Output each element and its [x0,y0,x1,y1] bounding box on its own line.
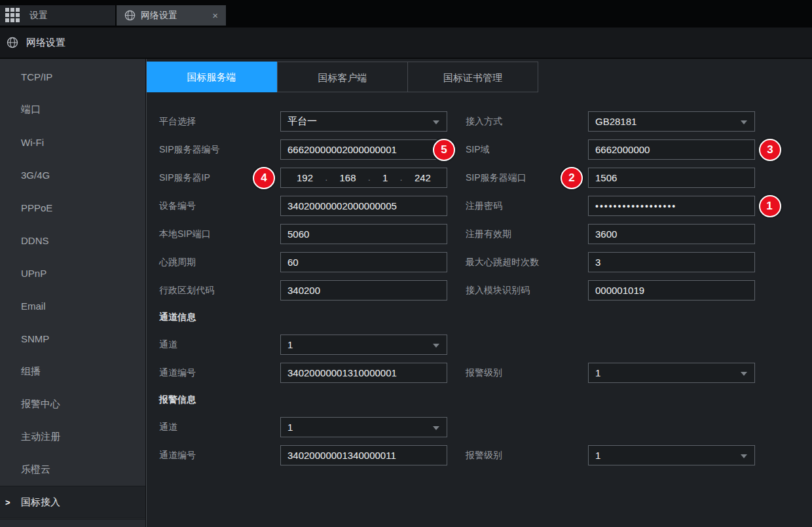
window-titlebar: 设置 网络设置 × [0,0,812,27]
sidebar-item-auto-register[interactable]: 主动注册 [0,420,145,453]
alarm-level-label: 报警级别 [466,367,588,379]
tab-gb-client[interactable]: 国标客户端 [277,62,408,92]
close-icon[interactable]: × [212,10,218,20]
input-value: 3600 [595,228,617,240]
heartbeat-period-label: 心跳周期 [159,257,280,268]
admin-region-code-input[interactable]: 340200 [280,280,447,300]
sidebar-item-label: 组播 [21,365,41,378]
select-value: 平台一 [287,115,317,128]
channel-info-alarm-level-select[interactable]: 1 [588,363,755,383]
sidebar-item-label: DDNS [21,235,49,246]
sidebar-item-multicast[interactable]: 组播 [0,355,145,388]
alarm-info-alarm-level-select[interactable]: 1 [588,445,755,465]
access-module-id-input[interactable]: 000001019 [588,280,755,300]
channel-id-label: 通道编号 [159,450,280,462]
input-value: 340200 [287,285,320,296]
select-value: 1 [287,422,293,433]
window-tab-settings[interactable]: 设置 [0,5,115,26]
sidebar-item-lechange[interactable]: 乐橙云 [0,453,145,486]
form-row: 行政区划代码 340200 接入模块识别码 000001019 [159,276,812,304]
sidebar-item-port[interactable]: 端口 [0,93,145,126]
sidebar-item-snmp[interactable]: SNMP [0,322,145,355]
window-tab-label: 设置 [29,10,48,22]
input-value: 34020000001310000001 [287,367,397,378]
select-value: 1 [595,450,600,461]
input-value: 66620000002000000001 [287,144,397,155]
sip-server-port-input[interactable]: 1506 2 [588,168,755,188]
sidebar-item-ddns[interactable]: DDNS [0,224,145,257]
form-row: 本地SIP端口 5060 注册有效期 3600 [159,220,812,248]
sidebar-item-label: 3G/4G [21,170,50,181]
sip-domain-label: SIP域 [466,144,588,156]
ip-separator: . [325,173,327,183]
sidebar-item-label: 端口 [21,103,41,116]
access-type-select[interactable]: GB28181 [588,111,755,132]
channel-info-channel-id-input[interactable]: 34020000001310000001 [280,363,447,383]
register-valid-period-label: 注册有效期 [466,228,588,240]
sidebar-item-wifi[interactable]: Wi-Fi [0,126,145,158]
form-row: 通道编号 34020000001340000011 报警级别 1 [159,441,812,469]
sidebar-item-email[interactable]: Email [0,289,145,322]
register-password-label: 注册密码 [466,200,588,212]
sidebar-item-alarm-center[interactable]: 报警中心 [0,388,145,420]
ip-octet-4[interactable]: 242 [415,172,431,183]
input-value: 3 [595,257,600,268]
select-value: GB28181 [595,116,637,127]
heartbeat-period-input[interactable]: 60 [280,252,447,272]
form-row: 通道 1 [159,331,812,359]
form-row: SIP服务器编号 66620000002000000001 5 SIP域 666… [159,136,812,164]
sidebar-item-label: TCP/IP [21,71,52,82]
tab-gb-cert-management[interactable]: 国标证书管理 [407,62,538,92]
ip-octet-1[interactable]: 192 [297,172,313,183]
sip-server-ip-input[interactable]: 192 . 168 . 1 . 242 4 [280,168,447,188]
annotation-badge-4: 4 [253,167,275,189]
register-valid-period-input[interactable]: 3600 [588,224,755,244]
page-header: 网络设置 [0,27,812,59]
sidebar-item-label: 主动注册 [21,431,60,443]
register-password-input[interactable]: •••••••••••••••••• 1 [588,196,755,216]
window-tab-label: 网络设置 [141,10,177,22]
ip-octet-3[interactable]: 1 [382,172,388,183]
local-sip-port-input[interactable]: 5060 [280,224,447,244]
sidebar-item-label: SNMP [21,333,49,344]
form-row: 平台选择 平台一 接入方式 GB28181 [159,107,812,136]
sidebar-item-pppoe[interactable]: PPPoE [0,191,145,224]
input-value: 6662000000 [595,144,650,155]
form-row: 通道 1 [159,413,812,441]
sip-server-id-input[interactable]: 66620000002000000001 5 [280,139,447,160]
channel-label: 通道 [159,422,280,433]
sidebar-item-gb28181[interactable]: > 国标接入 [0,486,145,518]
sidebar: TCP/IP 端口 Wi-Fi 3G/4G PPPoE DDNS UPnP Em… [0,59,145,527]
annotation-badge-3: 3 [759,139,781,161]
sidebar-item-tcpip[interactable]: TCP/IP [0,60,145,93]
alarm-info-channel-id-input[interactable]: 34020000001340000011 [280,445,447,465]
sidebar-bottom-strip [0,519,145,527]
window-tab-network-settings[interactable]: 网络设置 × [117,5,226,26]
sidebar-item-3g4g[interactable]: 3G/4G [0,158,145,191]
local-sip-port-label: 本地SIP端口 [159,228,280,240]
channel-id-label: 通道编号 [159,367,280,379]
platform-select[interactable]: 平台一 [280,111,447,132]
device-id-input[interactable]: 34020000002000000005 [280,196,447,216]
grid-menu-icon[interactable] [5,8,20,23]
admin-region-code-label: 行政区划代码 [159,285,280,297]
sidebar-item-upnp[interactable]: UPnP [0,257,145,289]
alarm-info-channel-select[interactable]: 1 [280,417,447,437]
annotation-badge-5: 5 [433,139,455,161]
select-value: 1 [595,367,600,378]
channel-info-section-title: 通道信息 [159,304,812,331]
form-row: 通道编号 34020000001310000001 报警级别 1 [159,359,812,387]
alarm-info-section-title: 报警信息 [159,387,812,413]
max-heartbeat-timeout-input[interactable]: 3 [588,252,755,272]
ip-separator: . [368,173,371,183]
chevron-down-icon [433,120,439,124]
channel-label: 通道 [159,339,280,351]
input-value: 000001019 [595,285,644,296]
channel-info-channel-select[interactable]: 1 [280,335,447,355]
input-value: 5060 [287,228,309,240]
ip-octet-2[interactable]: 168 [340,172,356,183]
tab-gb-server[interactable]: 国标服务端 [146,62,277,92]
sip-domain-input[interactable]: 6662000000 3 [588,139,755,160]
sidebar-item-label: 报警中心 [21,398,60,410]
access-type-label: 接入方式 [466,116,588,128]
